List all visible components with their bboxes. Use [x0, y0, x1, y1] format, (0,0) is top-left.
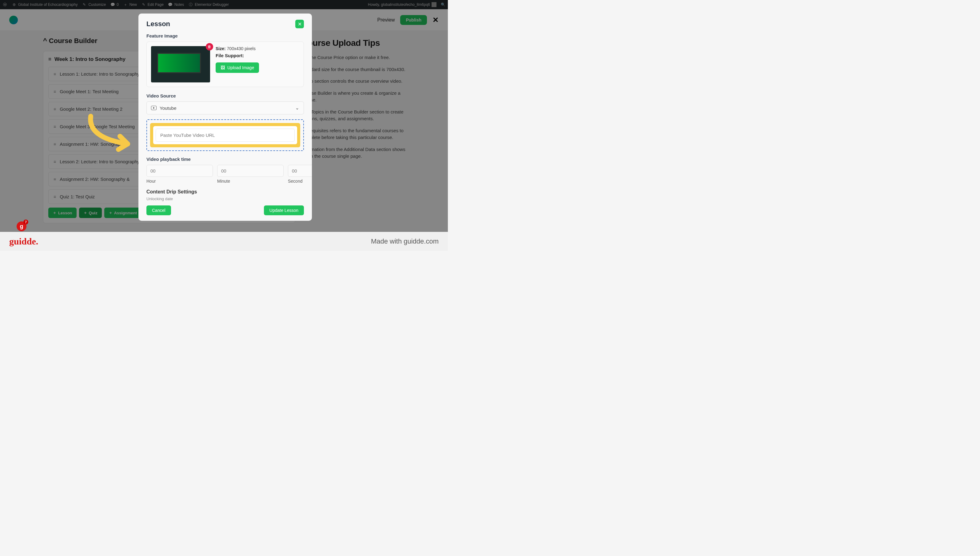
video-source-label: Video Source	[146, 93, 304, 99]
second-input[interactable]	[288, 165, 312, 177]
guidde-logo: guidde.	[9, 236, 38, 247]
update-lesson-button[interactable]: Update Lesson	[264, 205, 304, 215]
video-source-value: Youtube	[160, 105, 176, 111]
file-support-line: File Support:	[216, 53, 259, 58]
second-label: Second	[288, 179, 312, 184]
upload-image-button[interactable]: 🖼Upload Image	[216, 62, 259, 73]
unlocking-date-label: Unlocking date	[146, 197, 304, 201]
chevron-down-icon: ⌄	[295, 105, 299, 111]
content-drip-label: Content Drip Settings	[146, 189, 304, 195]
hour-label: Hour	[146, 179, 213, 184]
guidde-badge[interactable]: g 7	[16, 221, 26, 231]
modal-title: Lesson	[146, 20, 170, 28]
modal-close-button[interactable]: ✕	[295, 20, 304, 28]
feature-image-label: Feature Image	[146, 33, 304, 39]
badge-count: 7	[23, 220, 28, 225]
size-line: Size: 700x430 pixels	[216, 46, 259, 51]
lesson-modal: Lesson ✕ Feature Image 🗑 Size: 700x430 p…	[138, 13, 312, 221]
highlighted-url-region	[146, 119, 304, 151]
guidde-footer: guidde. Made with guidde.com	[0, 232, 448, 251]
youtube-icon	[151, 106, 157, 110]
youtube-url-input[interactable]	[156, 129, 295, 142]
minute-label: Minute	[217, 179, 284, 184]
minute-input[interactable]	[217, 165, 284, 177]
feature-image-card: 🗑 Size: 700x430 pixels File Support: 🖼Up…	[146, 42, 304, 87]
guidde-g-icon: g	[20, 223, 23, 230]
trash-icon: 🗑	[208, 45, 211, 49]
playback-time-label: Video playback time	[146, 157, 304, 162]
video-source-select[interactable]: Youtube ⌄	[146, 102, 304, 115]
delete-thumbnail-button[interactable]: 🗑	[206, 43, 213, 50]
cancel-button[interactable]: Cancel	[146, 205, 171, 215]
feature-thumbnail	[151, 46, 210, 82]
guidde-made-with: Made with guidde.com	[371, 238, 438, 246]
hour-input[interactable]	[146, 165, 213, 177]
image-icon: 🖼	[220, 65, 225, 70]
